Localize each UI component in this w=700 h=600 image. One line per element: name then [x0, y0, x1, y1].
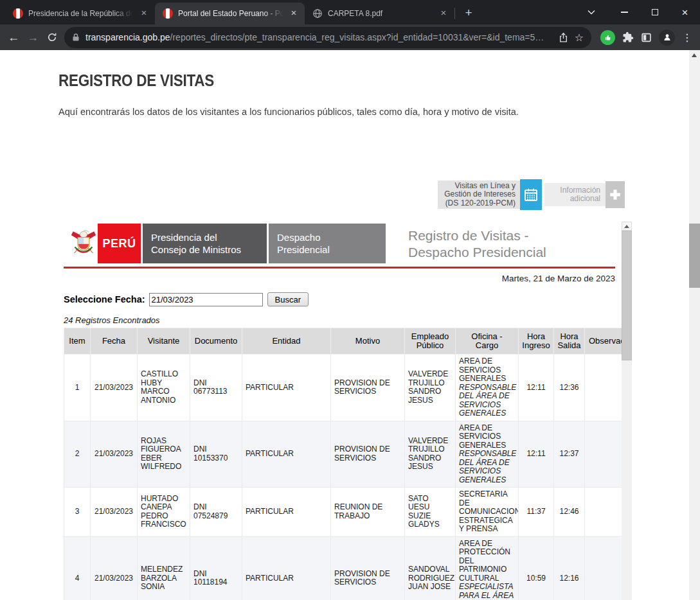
- visits-report-frame: PERÚ Presidencia del Consejo de Ministro…: [61, 222, 632, 600]
- buscar-button[interactable]: Buscar: [267, 292, 309, 306]
- column-header: Visitante: [138, 328, 190, 355]
- cell-fecha: 21/03/2023: [91, 488, 138, 537]
- cell-item: 3: [64, 488, 91, 537]
- lock-icon: [72, 33, 80, 42]
- share-icon[interactable]: [558, 32, 569, 43]
- cell-documento: DNI 10153370: [190, 421, 242, 488]
- cargo-text: RESPONSABLE DEL ÁREA DE SERVICIOS GENERA…: [459, 449, 516, 484]
- page-scrollbar-thumb[interactable]: [689, 224, 700, 288]
- cell-documento: DNI 06773113: [190, 355, 242, 421]
- back-icon[interactable]: ←: [4, 28, 23, 47]
- close-button[interactable]: ×: [670, 0, 700, 24]
- window-controls: ×: [579, 0, 700, 24]
- cell-hora-ingreso: 11:37: [519, 488, 554, 537]
- badges-row: Visitas en Línea y Gestión de Intereses …: [438, 179, 625, 210]
- page-content: REGISTRO DE VISITAS Aquí encontrarás los…: [0, 50, 700, 600]
- date-input[interactable]: [149, 293, 263, 306]
- address-bar[interactable]: transparencia.gob.pe/reportes_directos/p…: [64, 27, 591, 48]
- frame-scroll-up-arrow[interactable]: [622, 222, 632, 231]
- column-header: Fecha: [91, 328, 138, 355]
- extensions-area: ⋮: [597, 30, 696, 46]
- cell-oficina-cargo: AREA DE SERVICIOS GENERALES RESPONSABLE …: [456, 355, 519, 421]
- cell-motivo: PROVISION DE SERVICIOS: [331, 536, 405, 600]
- cargo-text: RESPONSABLE DEL ÁREA DE SERVICIOS GENERA…: [459, 383, 516, 418]
- minimize-button[interactable]: [609, 0, 640, 24]
- column-header: Empleado Público: [405, 328, 456, 355]
- cell-hora-ingreso: 12:11: [519, 355, 554, 421]
- page-scroll-up-arrow[interactable]: [692, 53, 697, 57]
- visits-table-body: 121/03/2023CASTILLO HUBY MARCO ANTONIODN…: [64, 355, 622, 600]
- visitas-en-linea-label: Visitas en Línea y Gestión de Intereses …: [440, 182, 516, 208]
- tab-search-chevron-icon[interactable]: [579, 0, 604, 24]
- visits-table: ItemFechaVisitanteDocumentoEntidadMotivo…: [64, 328, 622, 600]
- date-label: Seleccione Fecha:: [64, 294, 145, 304]
- adblock-extension-icon[interactable]: [600, 30, 615, 45]
- cell-item: 2: [64, 421, 91, 488]
- cell-entidad: PARTICULAR: [242, 421, 331, 488]
- cell-visitante: HURTADO CANEPA PEDRO FRANCISCO: [138, 488, 190, 537]
- cell-fecha: 21/03/2023: [91, 355, 138, 421]
- cell-documento: DNI 07524879: [190, 488, 242, 537]
- url-domain: transparencia.gob.pe: [85, 32, 170, 42]
- informacion-adicional-badge[interactable]: Información adicional: [544, 183, 606, 206]
- column-header: Hora Ingreso: [519, 328, 554, 355]
- visitas-en-linea-badge[interactable]: Visitas en Línea y Gestión de Intereses …: [438, 181, 520, 209]
- tab-close-icon[interactable]: ×: [438, 8, 449, 19]
- table-header-row: ItemFechaVisitanteDocumentoEntidadMotivo…: [64, 328, 622, 355]
- cell-oficina-cargo: AREA DE PROTECCIÓN DEL PATRIMONIO CULTUR…: [456, 536, 519, 600]
- column-header: Motivo: [331, 328, 405, 355]
- plus-icon[interactable]: [606, 181, 625, 208]
- tab-close-icon[interactable]: ×: [288, 8, 300, 19]
- cell-hora-salida: 12:37: [554, 421, 585, 488]
- cell-item: 4: [64, 536, 91, 600]
- extensions-puzzle-icon[interactable]: [622, 31, 634, 43]
- tab-strip: Presidencia de la República del P × Port…: [0, 0, 700, 24]
- peru-coat-of-arms: [69, 224, 98, 263]
- column-header: Item: [64, 328, 91, 355]
- cell-documento: DNI 10118194: [190, 536, 242, 600]
- cell-oficina-cargo: AREA DE SERVICIOS GENERALES RESPONSABLE …: [456, 421, 519, 488]
- cell-hora-salida: 12:46: [554, 488, 585, 537]
- frame-scrollbar[interactable]: [622, 222, 632, 600]
- reload-icon[interactable]: [42, 28, 62, 47]
- tab-title: Portal del Estado Peruano - Porta: [178, 9, 283, 18]
- side-panel-icon[interactable]: [641, 32, 652, 43]
- table-row: 121/03/2023CASTILLO HUBY MARCO ANTONIODN…: [64, 355, 622, 421]
- tab-presidencia[interactable]: Presidencia de la República del P ×: [5, 3, 155, 24]
- forward-icon[interactable]: →: [23, 28, 42, 47]
- url-path: /reportes_directos/pte_transparencia_reg…: [170, 32, 544, 42]
- bookmark-star-icon[interactable]: ☆: [575, 31, 584, 44]
- peru-brand-block: PERÚ: [98, 224, 141, 263]
- cell-entidad: PARTICULAR: [242, 488, 331, 537]
- tab-separator: [454, 8, 455, 19]
- cell-item: 1: [64, 355, 91, 421]
- tab-carpeta-pdf[interactable]: CARPETA 8.pdf ×: [305, 3, 454, 24]
- despacho-block: Despacho Presidencial: [269, 224, 386, 263]
- results-count: 24 Registros Encontrados: [64, 315, 160, 325]
- table-row: 421/03/2023MELENDEZ BARZOLA SONIADNI 101…: [64, 536, 622, 600]
- pcm-block: Presidencia del Consejo de Ministros: [143, 224, 267, 263]
- browser-menu-icon[interactable]: ⋮: [682, 31, 692, 44]
- cargo-text: ESPECIALISTA PARA EL ÁREA DE PROTECCIÓN: [459, 582, 514, 600]
- globe-icon: [312, 8, 323, 19]
- tab-portal-estado-peruano[interactable]: Portal del Estado Peruano - Porta ×: [155, 3, 305, 24]
- column-header: Hora Salida: [554, 328, 585, 355]
- peru-flag-favicon: [13, 8, 23, 19]
- profile-avatar[interactable]: [659, 30, 675, 46]
- page-scrollbar[interactable]: [689, 50, 700, 600]
- report-heading: Registro de Visitas - Despacho Presidenc…: [408, 227, 546, 261]
- frame-scrollbar-thumb[interactable]: [622, 231, 632, 360]
- cell-empleado-publico: SANDOVAL RODRIGUEZ JUAN JOSE: [405, 536, 456, 600]
- cell-observacion: [585, 536, 622, 600]
- cell-entidad: PARTICULAR: [242, 355, 331, 421]
- cell-motivo: REUNION DE TRABAJO: [331, 488, 405, 537]
- tab-close-icon[interactable]: ×: [138, 8, 150, 19]
- cell-oficina-cargo: SECRETARIA DE COMUNICACION ESTRATEGICA Y…: [456, 488, 519, 537]
- column-header: Oficina - Cargo: [456, 328, 519, 355]
- calendar-icon[interactable]: [520, 179, 542, 210]
- cell-observacion: [585, 488, 622, 537]
- new-tab-button[interactable]: +: [460, 5, 477, 22]
- maximize-button[interactable]: [640, 0, 670, 24]
- cell-hora-ingreso: 12:11: [519, 421, 554, 488]
- tab-title: Presidencia de la República del P: [28, 9, 133, 18]
